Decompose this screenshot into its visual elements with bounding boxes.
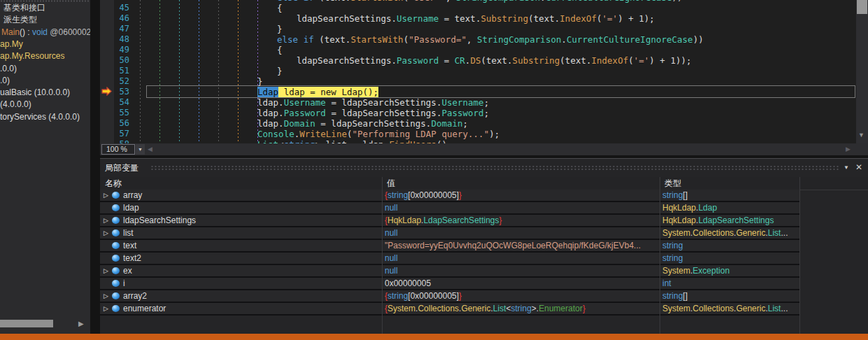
tree-item[interactable]: .0) [0,75,10,87]
code-line[interactable]: ldap.Password = ldapSearchSettings.Passw… [257,108,489,118]
tree-horizontal-scrollbar[interactable]: ▶ [0,318,90,330]
code-line[interactable]: } [257,76,263,87]
text-span: CR [455,55,465,66]
code-line[interactable]: ldapSearchSettings.Username = text.Subst… [297,13,655,24]
code-line[interactable]: } [277,66,283,76]
text-span: int [662,278,671,288]
variable-type: System.Collections.Generic.List... [662,303,798,314]
variable-icon [112,242,120,249]
expander-icon[interactable]: ▷ [104,228,108,238]
text-span: Substring [481,13,528,24]
locals-row[interactable]: ▷array2{string[0x00000005]}string[] [100,290,799,303]
assembly-explorer-panel: 基类和接口派生类型Main() : void @0600002ap.Myap.M… [0,0,90,334]
locals-row[interactable]: text"Password=yyEq0Uvvhq2uQOcWG8peLoeRQe… [100,240,799,253]
zoom-dropdown-button[interactable]: ▼ [136,144,145,155]
variable-type: string[] [662,290,798,302]
scroll-right-icon[interactable]: ▶ [846,146,851,153]
tree-item[interactable]: toryServices (4.0.0.0) [0,111,80,123]
expander-icon[interactable]: ▷ [104,304,108,313]
tree-item[interactable]: 派生类型 [3,14,37,26]
tree-item[interactable]: (4.0.0.0) [0,99,31,111]
editor-vertical-scrollbar[interactable]: ▼ [856,0,868,143]
code-line[interactable]: ldap.Username = ldapSearchSettings.Usern… [257,97,489,108]
code-line[interactable]: } [277,24,283,34]
scrollbar-thumb[interactable] [857,0,867,14]
locals-row[interactable]: ▷array{string[0x00000005]}string[] [100,190,799,202]
text-span: ldap. [257,118,284,129]
locals-row[interactable]: ▷listnullSystem.Collections.Generic.List… [100,227,799,240]
variable-icon [112,267,120,274]
tree-item[interactable]: ualBasic (10.0.0.0) [0,87,70,99]
text-span: IndexOf [592,55,629,66]
code-line[interactable]: { [277,3,283,13]
column-header-name[interactable]: 名称 [100,177,387,190]
text-span: Password [441,108,483,118]
locals-row[interactable]: ldapnullHqkLdap.Ldap [100,202,799,215]
text-span: string [662,253,683,263]
scroll-right-icon[interactable]: ▶ [78,319,84,329]
column-divider[interactable] [660,177,660,334]
text-span: } [257,76,263,87]
text-span: Enumerator [539,304,583,313]
code-line[interactable]: else if (text.StartsWith("User=", String… [277,0,683,3]
panel-grip[interactable] [150,165,839,170]
text-span: "Password=yyEq0Uvvhq2uQOcWG8peLoeRQehqip… [385,241,641,250]
text-span: void [32,27,48,37]
panel-close-icon[interactable]: ✕ [855,161,862,173]
locals-row[interactable]: ▷enumerator{System.Collections.Generic.L… [100,303,799,316]
code-line[interactable]: { [277,45,283,55]
text-span: > [532,304,536,313]
expander-icon[interactable]: ▷ [104,266,108,276]
code-text-area[interactable]: else if (text.StartsWith("User=", String… [100,0,856,143]
text-span: < [506,304,511,313]
expander-icon[interactable]: ▷ [104,190,108,200]
panel-menu-caret-icon[interactable]: ▼ [844,162,849,173]
column-header-type[interactable]: 类型 [660,177,804,190]
locals-row[interactable]: text2nullstring [100,253,799,265]
text-span: [0x00000005] [408,291,459,301]
tree-item[interactable]: Main() : void @0600002 [1,27,90,38]
column-divider[interactable] [382,177,383,334]
text-span: . [540,0,546,3]
locals-row[interactable]: ▷ldapSearchSettings{HqkLdap.LdapSearchSe… [100,215,799,227]
text-span: )) [672,0,683,3]
text-span: ... [781,228,788,238]
column-divider[interactable] [799,177,800,334]
variable-icon [112,229,120,236]
text-span: DS [470,55,481,66]
code-line[interactable]: Ldap ldap = new Ldap(); [257,87,378,97]
locals-row[interactable]: i0x00000005int [100,278,799,290]
text-span: List [768,228,781,238]
text-span: if [304,34,314,45]
locals-panel-title: 局部变量 [105,160,138,176]
text-span: HqkLdap [662,215,696,225]
editor-horizontal-scrollbar[interactable]: 100 % ▼ ◀ ▶ [100,143,856,155]
tree-item[interactable]: .0.0) [0,63,17,75]
tree-item[interactable]: ap.My.Resources [0,50,64,62]
locals-row[interactable]: ▷exnullSystem.Exception [100,265,799,278]
code-editor[interactable]: 444546474849505152535455565758 else if (… [100,0,868,155]
expander-icon[interactable]: ▷ [104,215,108,225]
column-header-value[interactable]: 值 [382,177,664,190]
text-span: '=' [602,13,618,24]
scroll-left-icon[interactable]: ◀ [148,146,152,153]
text-span: Console [257,129,294,139]
variable-value: 0x00000005 [385,278,657,289]
text-span: [] [683,291,688,301]
code-line[interactable]: ldap.Domain = ldapSearchSettings.Domain; [257,118,468,129]
variable-name: array [123,190,378,201]
variable-value: "Password=yyEq0Uvvhq2uQOcWG8peLoeRQehqip… [385,240,657,251]
text-span: [0x00000005] [408,190,459,200]
zoom-level-control[interactable]: 100 % [101,144,135,155]
variable-icon [112,192,120,199]
text-span: Collections [418,304,459,313]
code-line[interactable]: ldapSearchSettings.Password = CR.DS(text… [297,55,692,66]
text-span: Username [441,97,483,108]
code-line[interactable]: else if (text.StartsWith("Password=", St… [277,34,704,45]
scrollbar-thumb[interactable] [0,320,53,327]
scroll-down-icon[interactable]: ▼ [858,132,865,139]
code-line[interactable]: Console.WriteLine("Performing LDAP query… [257,129,499,139]
tree-item[interactable]: 基类和接口 [3,2,45,14]
expander-icon[interactable]: ▷ [104,291,108,301]
tree-item[interactable]: ap.My [0,38,23,50]
